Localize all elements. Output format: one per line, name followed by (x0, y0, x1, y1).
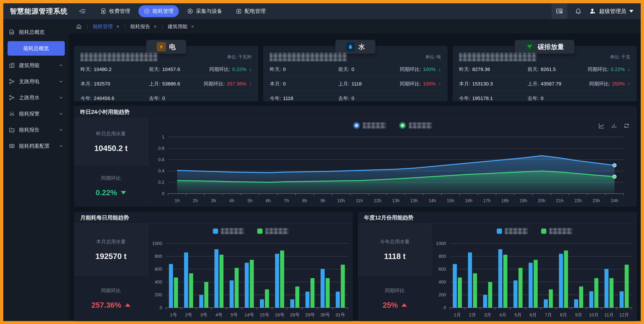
tab-energy-management[interactable]: 能耗管理 × (93, 23, 119, 30)
top-menu-energy[interactable]: 能耗管理 (138, 5, 179, 17)
ratio-value: 25% (383, 301, 398, 309)
svg-text:23h: 23h (592, 198, 600, 203)
metric-value: 192570 (94, 81, 110, 87)
screenshot-chart-icon[interactable] (552, 3, 567, 19)
svg-text:3号: 3号 (200, 312, 207, 317)
sidebar-item-energy-archive[interactable]: 能耗档案配置 (3, 138, 69, 154)
legend-marker-icon (541, 229, 546, 234)
top-menu-power[interactable]: 配电管理 (230, 5, 271, 17)
legend-item-green[interactable] (257, 228, 288, 234)
svg-text:10月: 10月 (589, 312, 599, 317)
daily-stat-column: 本月总用水量 192570 t 同期环比 257.36% (74, 224, 148, 321)
sidebar-collapse-icon[interactable] (79, 8, 86, 15)
notifications-bell-icon[interactable] (575, 8, 582, 15)
metric-label: 去年: (149, 95, 160, 102)
top-menu-label: 能耗管理 (152, 8, 174, 15)
metric-value: 0 (283, 67, 286, 72)
svg-text:19h: 19h (520, 198, 527, 203)
branch-icon (9, 79, 15, 84)
svg-text:12月: 12月 (619, 312, 629, 317)
ratio-value: 257.36% (92, 301, 121, 309)
top-menu-fee[interactable]: 收费管理 (95, 5, 136, 17)
hourly-line-chart[interactable]: 00.20.40.60.811h2h3h4h5h6h7h8h9h10h11h12… (148, 133, 637, 207)
user-avatar-icon (589, 8, 596, 15)
svg-text:22h: 22h (574, 198, 582, 203)
chevron-down-icon (58, 79, 64, 84)
metric-label: 前天: (338, 66, 350, 73)
main-content: 电 单位: 千瓦时 昨天:10480.2 前天:10457.6 同期环比:0.2… (69, 34, 641, 321)
top-menu-devices[interactable]: 采集与设备 (182, 5, 228, 17)
ratio-value: 0.22% (96, 188, 117, 197)
bar-chart-icon[interactable] (611, 122, 617, 129)
archive-icon (9, 143, 15, 149)
svg-text:800: 800 (438, 254, 446, 259)
svg-text:30号: 30号 (320, 312, 330, 317)
legend-item-blue[interactable] (497, 228, 528, 234)
svg-text:1: 1 (162, 134, 164, 139)
metric-value: 0 (283, 81, 286, 87)
caret-down-icon (121, 191, 126, 195)
legend-item-green[interactable] (541, 228, 572, 234)
user-menu[interactable]: 超级管理员 (589, 8, 634, 15)
svg-text:29号: 29号 (305, 312, 315, 317)
chart-overview-icon (9, 29, 15, 35)
ratio-value: 0.22% (232, 67, 246, 72)
svg-text:13h: 13h (392, 198, 400, 203)
svg-text:7月: 7月 (545, 312, 552, 317)
unit-label: 单位: 吨 (425, 54, 441, 60)
yearly-stat-column: 今年总用水量 1118 t 同期环比 25% (358, 224, 432, 321)
sidebar-item-overview-active[interactable]: 能耗总概览 (8, 41, 65, 56)
legend-item-blue[interactable] (213, 228, 244, 234)
sidebar-item-branch-water[interactable]: 之路用水 (3, 90, 69, 106)
caret-up-icon (125, 303, 130, 307)
svg-text:200: 200 (155, 292, 162, 297)
arrow-down-icon: ↓ (249, 67, 252, 72)
yearly-bar-chart[interactable]: 020040060080010001月2月3月4月5月6月7月8月9月10月11… (432, 238, 637, 321)
censored-meter-title (270, 53, 347, 61)
legend-item-green[interactable] (399, 122, 432, 129)
building-icon (9, 62, 15, 68)
sidebar-item-overview-group[interactable]: 能耗总概览 (3, 24, 69, 40)
metric-value: 43587.79 (541, 81, 561, 87)
metric-label: 昨天: (459, 66, 470, 73)
sidebar: 能耗总概览 能耗总概览 建筑用能 支路用电 (3, 19, 69, 321)
sidebar-item-building-energy[interactable]: 建筑用能 (3, 57, 69, 73)
tab-building-energy[interactable]: 建筑用能 × (168, 23, 194, 30)
ratio-stat: 0.22% (96, 188, 126, 197)
home-icon[interactable] (76, 24, 82, 30)
svg-text:600: 600 (438, 267, 446, 272)
line-chart-icon[interactable] (598, 122, 605, 129)
metric-value: 153130.3 (472, 81, 493, 87)
sidebar-item-energy-alarm[interactable]: 能耗报警 (3, 106, 69, 122)
sidebar-item-energy-report[interactable]: 能耗报告 (3, 122, 69, 138)
metric-row: 本月:192570 上月:53886.6 同期环比:257.36%↑ (80, 77, 252, 91)
close-icon[interactable]: × (116, 24, 119, 29)
stat-card-water: 水 单位: 吨 昨天:0 前天:0 同期环比:100%↓ 本月:0 (263, 46, 448, 101)
ratio-stat: 257.36% (92, 301, 130, 309)
metric-value: 8261.5 (541, 67, 556, 72)
close-icon[interactable]: × (191, 24, 194, 29)
svg-text:4月: 4月 (499, 312, 506, 317)
refresh-icon[interactable] (623, 122, 630, 129)
sidebar-item-label: 能耗报警 (19, 110, 54, 117)
metric-row: 今年:195178.1 去年:0 (459, 91, 630, 106)
metric-label: 同期环比: (589, 81, 610, 87)
metric-value: 0 (541, 95, 544, 101)
tab-energy-report[interactable]: 能耗报告 × (130, 23, 157, 30)
svg-text:4h: 4h (229, 198, 234, 203)
tab-bar: | 能耗管理 × | 能耗报告 × | 建筑用能 × (69, 19, 641, 34)
tab-label: 能耗管理 (93, 23, 113, 30)
arrow-up-icon: ↑ (628, 81, 630, 87)
metric-value: 53886.6 (162, 81, 180, 87)
sidebar-item-label: 能耗总概览 (19, 29, 64, 36)
sidebar-item-branch-electric[interactable]: 支路用电 (3, 73, 69, 90)
metric-value: 0 (352, 95, 354, 101)
svg-text:16h: 16h (465, 198, 472, 203)
svg-text:15号: 15号 (260, 312, 269, 317)
close-icon[interactable]: × (154, 24, 157, 29)
svg-text:0: 0 (444, 305, 446, 310)
daily-bar-chart[interactable]: 020040060080010001号2号3号4号5号14号15号16号28号2… (148, 238, 353, 321)
censored-meter-title (80, 53, 158, 61)
legend-item-blue[interactable] (353, 122, 386, 129)
metric-label: 同期环比: (204, 81, 225, 87)
